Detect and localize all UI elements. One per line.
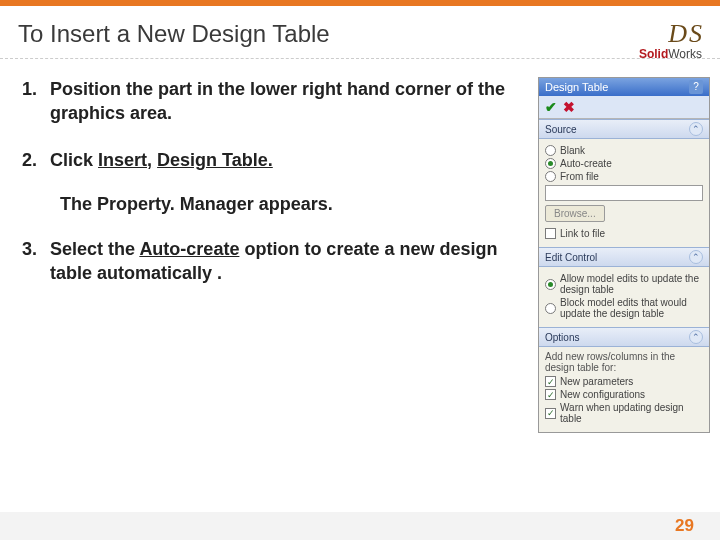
radio-from-file[interactable]: From file [545,171,703,182]
footer-strip [0,512,720,540]
step-2-result: The Property. Manager appears. [60,194,528,215]
panel-actions: ✔ ✖ [539,96,709,119]
section-source-head[interactable]: Source ⌃ [539,119,709,139]
radio-allow-label: Allow model edits to update the design t… [560,273,703,295]
section-options-head[interactable]: Options ⌃ [539,327,709,347]
file-path-input[interactable] [545,185,703,201]
page-title: To Insert a New Design Table [18,20,720,48]
section-options-body: Add new rows/columns in the design table… [539,347,709,432]
section-source-label: Source [545,124,577,135]
section-source-body: Blank Auto-create From file Browse... Li… [539,139,709,247]
property-manager-panel: Design Table ? ✔ ✖ Source ⌃ Blank Auto-c… [538,77,710,433]
cb-newparams-label: New parameters [560,376,633,387]
cb-newconfigs-label: New configurations [560,389,645,400]
radio-allow-edits[interactable]: Allow model edits to update the design t… [545,273,703,295]
cancel-icon[interactable]: ✖ [563,99,575,115]
panel-titlebar: Design Table ? [539,78,709,96]
link-label: Link to file [560,228,605,239]
help-icon[interactable]: ? [689,80,703,94]
radio-auto-label: Auto-create [560,158,612,169]
logo-glyph-s: S [689,24,702,45]
radio-block-edits[interactable]: Block model edits that would update the … [545,297,703,319]
page-number: 29 [675,516,694,536]
radio-auto-create[interactable]: Auto-create [545,158,703,169]
step-1-text: Position the part in the lower right han… [50,79,505,123]
logo-mark: D S [639,24,702,45]
step-3-a: Select the [50,239,139,259]
brand-logo: D S SolidWorks [639,24,702,61]
checkbox-new-parameters[interactable]: New parameters [545,376,703,387]
step-2-insert: Insert, [98,150,152,170]
logo-bold: Solid [639,47,668,61]
section-edit-label: Edit Control [545,252,597,263]
chevron-up-icon[interactable]: ⌃ [689,122,703,136]
section-edit-head[interactable]: Edit Control ⌃ [539,247,709,267]
chevron-up-icon[interactable]: ⌃ [689,250,703,264]
logo-glyph-d: D [668,24,687,45]
slide-content: Position the part in the lower right han… [0,59,720,433]
step-2-designtable: Design Table. [157,150,273,170]
steps-list: Position the part in the lower right han… [0,77,538,433]
step-3: Select the Auto-create option to create … [22,237,528,286]
ok-icon[interactable]: ✔ [545,99,557,115]
step-1: Position the part in the lower right han… [22,77,528,126]
radio-file-label: From file [560,171,599,182]
cb-warn-label: Warn when updating design table [560,402,703,424]
step-2: Click Insert, Design Table. [22,148,528,172]
chevron-up-icon[interactable]: ⌃ [689,330,703,344]
section-edit-body: Allow model edits to update the design t… [539,267,709,327]
section-options-label: Options [545,332,579,343]
checkbox-link-to-file[interactable]: Link to file [545,228,703,239]
checkbox-new-configurations[interactable]: New configurations [545,389,703,400]
panel-title-text: Design Table [545,81,608,93]
checkbox-warn[interactable]: Warn when updating design table [545,402,703,424]
step-2-a: Click [50,150,98,170]
browse-button[interactable]: Browse... [545,205,605,222]
logo-rest: Works [668,47,702,61]
logo-text: SolidWorks [639,47,702,61]
radio-blank[interactable]: Blank [545,145,703,156]
step-3-autocreate: Auto-create [139,239,239,259]
options-intro: Add new rows/columns in the design table… [545,351,703,373]
radio-blank-label: Blank [560,145,585,156]
radio-block-label: Block model edits that would update the … [560,297,703,319]
slide-header: To Insert a New Design Table D S SolidWo… [0,6,720,59]
